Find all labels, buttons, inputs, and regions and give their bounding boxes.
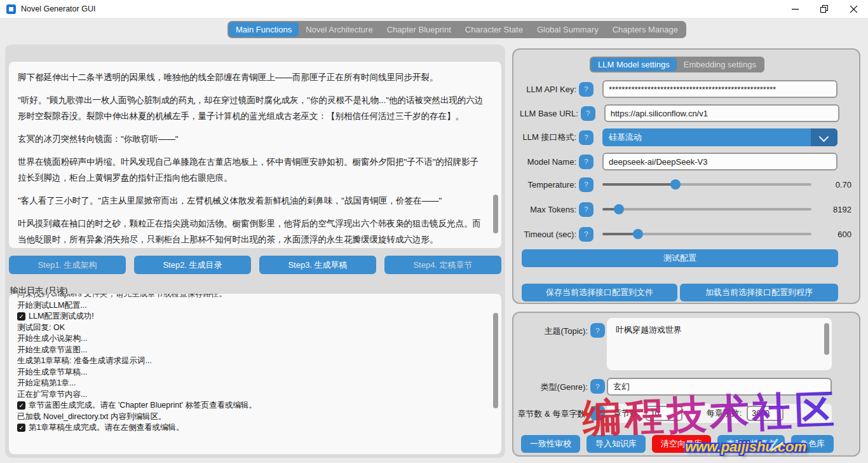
save-config-button[interactable]: 保存当前选择接口配置到文件 bbox=[522, 284, 677, 301]
api-key-help-button[interactable]: ? bbox=[579, 82, 593, 97]
view-plot-points-button[interactable]: 查看剧情要点 bbox=[717, 435, 785, 453]
interface-format-help-button[interactable]: ? bbox=[579, 130, 593, 145]
log-line: 生成第1章草稿: 准备生成请求提示词... bbox=[17, 356, 484, 367]
tab-embedding-settings[interactable]: Embedding settings bbox=[677, 58, 763, 71]
interface-format-dropdown[interactable]: 硅基流动 bbox=[602, 128, 837, 146]
output-log-textarea[interactable]: 尚未找到 chapters 文件夹，请先生成章节或检查保存路径。 开始测试LLM… bbox=[9, 294, 501, 454]
chapters-words-group: 章节数: 每章字数: bbox=[607, 404, 832, 423]
chapters-words-label: 章节数 & 每章字数: bbox=[513, 408, 588, 420]
temperature-row: Temperature: ? 0.70 bbox=[513, 176, 859, 193]
words-per-chapter-input[interactable] bbox=[747, 406, 783, 421]
chapter-paragraph: 脚下都延伸出十二条半透明的因果线，唯独他的线全部缠在青铜匣上——而那匣子正在所有… bbox=[18, 69, 484, 85]
tab-global-summary[interactable]: Global Summary bbox=[530, 22, 606, 37]
max-tokens-value: 8192 bbox=[833, 205, 851, 214]
steps-row: Step1. 生成架构 Step2. 生成目录 Step3. 生成草稿 Step… bbox=[5, 253, 505, 277]
log-line: 测试回复: OK bbox=[17, 322, 484, 334]
slider-thumb[interactable] bbox=[670, 179, 681, 190]
topic-label: 主题(Topic): bbox=[526, 326, 588, 337]
restore-button[interactable] bbox=[810, 0, 839, 18]
tab-character-state[interactable]: Character State bbox=[458, 22, 530, 37]
genre-input[interactable] bbox=[607, 378, 832, 396]
tab-chapters-manage[interactable]: Chapters Manage bbox=[606, 22, 685, 37]
clear-vector-store-button[interactable]: 清空向量库 bbox=[652, 435, 711, 453]
temperature-slider[interactable] bbox=[602, 179, 811, 190]
chapter-paragraph: 叶风摸到藏在袖口的时之砂，颗粒正在指尖跳动如活物。橱窗倒影里，他背后的空气浮现出… bbox=[18, 216, 484, 247]
temperature-value: 0.70 bbox=[836, 180, 851, 190]
model-name-input[interactable] bbox=[602, 153, 837, 170]
minimize-icon bbox=[792, 6, 799, 13]
genre-help-button[interactable]: ? bbox=[590, 379, 605, 394]
temperature-label: Temperature: bbox=[520, 180, 576, 190]
max-tokens-help-button[interactable]: ? bbox=[579, 202, 593, 217]
step1-generate-architecture-button[interactable]: Step1. 生成架构 bbox=[9, 256, 126, 274]
api-key-label: LLM API Key: bbox=[520, 85, 576, 94]
max-tokens-slider[interactable] bbox=[602, 204, 811, 214]
tab-chapter-blueprint[interactable]: Chapter Blueprint bbox=[380, 22, 458, 37]
log-line: 尚未找到 chapters 文件夹，请先生成章节或检查保存路径。 bbox=[17, 294, 484, 300]
chapters-words-help-button[interactable]: ? bbox=[590, 406, 605, 420]
test-config-button[interactable]: 测试配置 bbox=[522, 249, 838, 267]
log-line: 开始测试LLM配置... bbox=[17, 300, 484, 312]
api-key-input[interactable] bbox=[602, 80, 837, 98]
interface-format-value: 硅基流动 bbox=[609, 132, 642, 143]
chapter-paragraph: "听好。"顾九歌弹出一枚人面鸮心脏制成的药丸，却在穿过镜面时腐化成灰，"你的灵根… bbox=[18, 92, 484, 124]
slider-fill bbox=[602, 183, 675, 186]
timeout-row: Timeout (sec): ? 600 bbox=[513, 225, 859, 243]
import-knowledge-button[interactable]: 导入知识库 bbox=[587, 435, 646, 453]
timeout-help-button[interactable]: ? bbox=[579, 227, 593, 242]
max-tokens-label: Max Tokens: bbox=[520, 205, 576, 214]
app-icon bbox=[6, 4, 16, 14]
novel-params-panel: 主题(Topic): ? 叶枫穿越游戏世界 类型(Genre): ? 章节数 &… bbox=[512, 312, 860, 457]
log-line: 开始生成章节草稿... bbox=[17, 367, 484, 378]
base-url-input[interactable] bbox=[604, 104, 839, 122]
window-controls bbox=[780, 0, 868, 18]
close-icon bbox=[850, 6, 857, 13]
model-name-label: Model Name: bbox=[520, 157, 576, 167]
chapter-editor-panel: 本章内容 (可编辑) 字数: 0 脚下都延伸出十二条半透明的因果线，唯独他的线全… bbox=[5, 45, 505, 458]
log-scrollbar-thumb[interactable] bbox=[493, 313, 498, 408]
chapter-content-textarea[interactable]: 脚下都延伸出十二条半透明的因果线，唯独他的线全部缠在青铜匣上——而那匣子正在所有… bbox=[9, 62, 501, 248]
max-tokens-row: Max Tokens: ? 8192 bbox=[513, 200, 859, 218]
log-line: ✓LLM配置测试成功! bbox=[17, 311, 484, 322]
base-url-row: LLM Base URL: ? bbox=[513, 104, 859, 122]
topic-value: 叶枫穿越游戏世界 bbox=[616, 325, 682, 335]
topic-scrollbar-thumb[interactable] bbox=[824, 323, 829, 355]
slider-thumb[interactable] bbox=[614, 204, 624, 214]
consistency-review-button[interactable]: 一致性审校 bbox=[521, 435, 580, 453]
timeout-value: 600 bbox=[837, 230, 851, 239]
slider-thumb[interactable] bbox=[633, 229, 643, 239]
api-key-row: LLM API Key: ? bbox=[513, 80, 859, 98]
topic-textarea[interactable]: 叶枫穿越游戏世界 bbox=[607, 318, 832, 370]
tab-novel-architecture[interactable]: Novel Architecture bbox=[299, 22, 380, 37]
base-url-help-button[interactable]: ? bbox=[581, 106, 595, 121]
temperature-help-button[interactable]: ? bbox=[579, 177, 593, 192]
check-icon: ✓ bbox=[17, 401, 25, 410]
topic-help-button[interactable]: ? bbox=[590, 323, 605, 338]
character-library-button[interactable]: 角色库 bbox=[791, 435, 834, 453]
window-title: Novel Generator GUI bbox=[21, 4, 95, 13]
log-line: 开始生成小说架构... bbox=[17, 333, 484, 345]
load-config-button[interactable]: 加载当前选择接口配置到程序 bbox=[680, 284, 838, 301]
restore-icon bbox=[820, 5, 828, 13]
chapter-scrollbar-thumb[interactable] bbox=[493, 195, 498, 233]
log-line: 开始定稿第1章... bbox=[17, 378, 484, 389]
chapter-count-input[interactable] bbox=[646, 406, 682, 421]
chevron-down-icon[interactable] bbox=[811, 128, 837, 146]
log-line: ✓第1章草稿生成完成。请在左侧查看或编辑。 bbox=[17, 422, 484, 434]
model-name-help-button[interactable]: ? bbox=[579, 155, 593, 169]
slider-track[interactable] bbox=[602, 208, 811, 211]
genre-label: 类型(Genre): bbox=[526, 382, 588, 393]
chapter-paragraph: "客人看了三小时了。"店主从里屋掀帘而出，左臂机械义体散发着新鲜机油的刺鼻味，"… bbox=[18, 193, 484, 209]
settings-tabbar: LLM Model settings Embedding settings bbox=[590, 57, 764, 73]
timeout-slider[interactable] bbox=[602, 229, 811, 239]
chapter-paragraph: 玄冥的冰刃突然转向镜面："你敢窃听——" bbox=[18, 131, 484, 147]
step3-generate-draft-button[interactable]: Step3. 生成草稿 bbox=[259, 256, 376, 274]
tab-llm-model-settings[interactable]: LLM Model settings bbox=[591, 58, 677, 71]
step2-generate-directory-button[interactable]: Step2. 生成目录 bbox=[134, 256, 251, 274]
close-button[interactable] bbox=[839, 0, 868, 18]
main-tabbar: Main Functions Novel Architecture Chapte… bbox=[227, 21, 686, 38]
tab-main-functions[interactable]: Main Functions bbox=[229, 22, 299, 37]
minimize-button[interactable] bbox=[780, 0, 810, 18]
step4-finalize-chapter-button[interactable]: Step4. 定稿章节 bbox=[384, 256, 501, 274]
title-bar: Novel Generator GUI bbox=[0, 0, 868, 18]
